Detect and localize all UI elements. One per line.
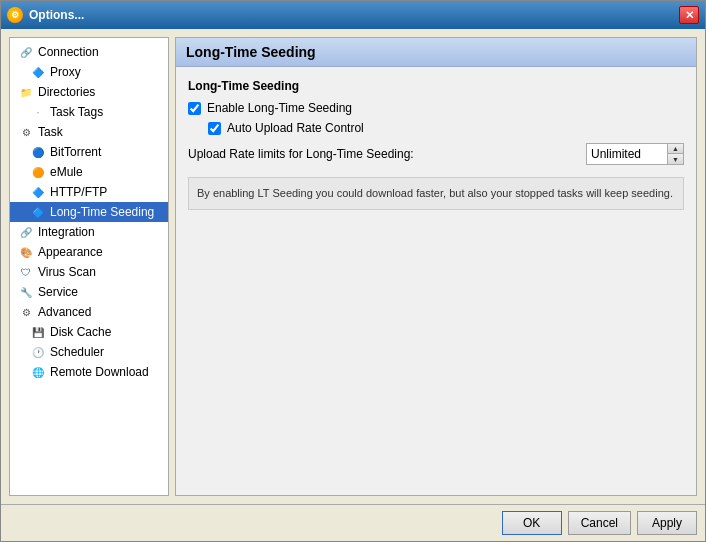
- window-title: Options...: [29, 8, 679, 22]
- directories-icon: 📁: [18, 84, 34, 100]
- auto-label: Auto Upload Rate Control: [227, 121, 364, 135]
- scheduler-icon: 🕐: [30, 344, 46, 360]
- sidebar-item-appearance[interactable]: 🎨Appearance: [10, 242, 168, 262]
- section-title: Long-Time Seeding: [188, 79, 684, 93]
- close-button[interactable]: ✕: [679, 6, 699, 24]
- main-panel: Long-Time Seeding Long-Time Seeding Enab…: [175, 37, 697, 496]
- rate-input[interactable]: [587, 144, 667, 164]
- advanced-icon: ⚙: [18, 304, 34, 320]
- rate-row: Upload Rate limits for Long-Time Seeding…: [188, 143, 684, 165]
- sidebar-item-directories[interactable]: 📁Directories: [10, 82, 168, 102]
- spinner-up[interactable]: ▲: [668, 144, 683, 154]
- panel-title: Long-Time Seeding: [186, 44, 316, 60]
- apply-button[interactable]: Apply: [637, 511, 697, 535]
- sidebar-item-diskcache[interactable]: 💾Disk Cache: [10, 322, 168, 342]
- sidebar-label-service: Service: [38, 285, 78, 299]
- sidebar-label-advanced: Advanced: [38, 305, 91, 319]
- connection-icon: 🔗: [18, 44, 34, 60]
- bottom-bar: OK Cancel Apply: [1, 504, 705, 541]
- rate-label: Upload Rate limits for Long-Time Seeding…: [188, 147, 586, 161]
- sidebar-label-remote: Remote Download: [50, 365, 149, 379]
- rate-spinner: ▲ ▼: [667, 144, 683, 164]
- sidebar-label-scheduler: Scheduler: [50, 345, 104, 359]
- title-bar: ⚙ Options... ✕: [1, 1, 705, 29]
- enable-row: Enable Long-Time Seeding: [188, 101, 684, 115]
- sidebar-label-directories: Directories: [38, 85, 95, 99]
- sidebar-item-scheduler[interactable]: 🕐Scheduler: [10, 342, 168, 362]
- panel-body: Long-Time Seeding Enable Long-Time Seedi…: [176, 67, 696, 495]
- window-icon: ⚙: [7, 7, 23, 23]
- sidebar: 🔗Connection🔷Proxy📁Directories·Task Tags⚙…: [9, 37, 169, 496]
- auto-row: Auto Upload Rate Control: [208, 121, 684, 135]
- options-window: ⚙ Options... ✕ 🔗Connection🔷Proxy📁Directo…: [0, 0, 706, 542]
- enable-label: Enable Long-Time Seeding: [207, 101, 352, 115]
- content-area: 🔗Connection🔷Proxy📁Directories·Task Tags⚙…: [1, 29, 705, 504]
- spinner-down[interactable]: ▼: [668, 154, 683, 164]
- sidebar-item-http[interactable]: 🔷HTTP/FTP: [10, 182, 168, 202]
- virusscan-icon: 🛡: [18, 264, 34, 280]
- service-icon: 🔧: [18, 284, 34, 300]
- rate-input-group: ▲ ▼: [586, 143, 684, 165]
- sidebar-item-longtime[interactable]: 🔷Long-Time Seeding: [10, 202, 168, 222]
- task-icon: ⚙: [18, 124, 34, 140]
- diskcache-icon: 💾: [30, 324, 46, 340]
- sidebar-item-emule[interactable]: 🟠eMule: [10, 162, 168, 182]
- integration-icon: 🔗: [18, 224, 34, 240]
- auto-checkbox[interactable]: [208, 122, 221, 135]
- sidebar-label-bittorrent: BitTorrent: [50, 145, 101, 159]
- longtime-icon: 🔷: [30, 204, 46, 220]
- sidebar-label-tasktags: Task Tags: [50, 105, 103, 119]
- sidebar-label-emule: eMule: [50, 165, 83, 179]
- sidebar-item-remote[interactable]: 🌐Remote Download: [10, 362, 168, 382]
- info-text: By enabling LT Seeding you could downloa…: [188, 177, 684, 210]
- cancel-button[interactable]: Cancel: [568, 511, 631, 535]
- sidebar-item-integration[interactable]: 🔗Integration: [10, 222, 168, 242]
- sidebar-item-virusscan[interactable]: 🛡Virus Scan: [10, 262, 168, 282]
- ok-button[interactable]: OK: [502, 511, 562, 535]
- remote-icon: 🌐: [30, 364, 46, 380]
- sidebar-item-proxy[interactable]: 🔷Proxy: [10, 62, 168, 82]
- sidebar-label-integration: Integration: [38, 225, 95, 239]
- sidebar-item-tasktags[interactable]: ·Task Tags: [10, 102, 168, 122]
- sidebar-label-virusscan: Virus Scan: [38, 265, 96, 279]
- sidebar-item-task[interactable]: ⚙Task: [10, 122, 168, 142]
- sidebar-label-longtime: Long-Time Seeding: [50, 205, 154, 219]
- sidebar-item-service[interactable]: 🔧Service: [10, 282, 168, 302]
- sidebar-label-appearance: Appearance: [38, 245, 103, 259]
- panel-header: Long-Time Seeding: [176, 38, 696, 67]
- http-icon: 🔷: [30, 184, 46, 200]
- sidebar-item-bittorrent[interactable]: 🔵BitTorrent: [10, 142, 168, 162]
- sidebar-label-proxy: Proxy: [50, 65, 81, 79]
- sidebar-label-connection: Connection: [38, 45, 99, 59]
- emule-icon: 🟠: [30, 164, 46, 180]
- sidebar-label-diskcache: Disk Cache: [50, 325, 111, 339]
- appearance-icon: 🎨: [18, 244, 34, 260]
- sidebar-label-task: Task: [38, 125, 63, 139]
- sidebar-item-advanced[interactable]: ⚙Advanced: [10, 302, 168, 322]
- enable-checkbox[interactable]: [188, 102, 201, 115]
- bittorrent-icon: 🔵: [30, 144, 46, 160]
- proxy-icon: 🔷: [30, 64, 46, 80]
- sidebar-item-connection[interactable]: 🔗Connection: [10, 42, 168, 62]
- sidebar-label-http: HTTP/FTP: [50, 185, 107, 199]
- tasktags-icon: ·: [30, 104, 46, 120]
